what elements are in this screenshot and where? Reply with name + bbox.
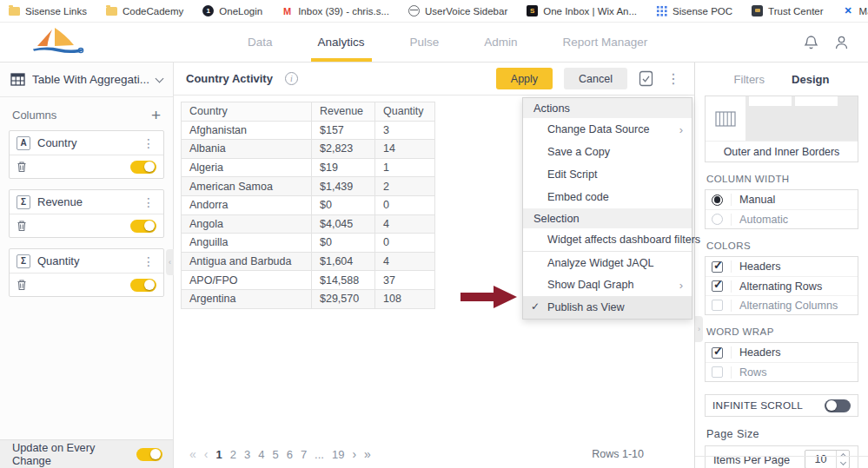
columns-section-header: Columns + [0, 97, 173, 130]
pagination: « ‹ 1 2 3 4 5 6 7 ... 19 › » [189, 447, 371, 461]
column-header[interactable]: Revenue [312, 102, 375, 122]
page-number[interactable]: 19 [332, 448, 344, 461]
apply-button[interactable]: Apply [496, 68, 553, 89]
page-number[interactable]: 6 [287, 448, 293, 461]
design-panel: › Filters Design Outer and Inner Borders… [694, 63, 868, 468]
field-row[interactable]: Σ Quantity ⋮ [10, 249, 163, 273]
widget-main-panel: Country Activity i Apply Cancel ⋮ Countr… [174, 63, 694, 468]
bookmark-uservoice[interactable]: UserVoice Sidebar [408, 5, 507, 16]
infinite-scroll-toggle[interactable] [825, 399, 851, 412]
checkbox-row-alternating-columns[interactable]: Alternating Columns [706, 295, 858, 314]
checkbox-unchecked-icon [712, 366, 723, 378]
checkbox-row-wrap-rows[interactable]: Rows [706, 362, 858, 381]
bookmark-sisense-links[interactable]: Sisense Links [9, 6, 87, 16]
nav-pulse[interactable]: Pulse [410, 23, 440, 62]
field-visibility-toggle[interactable] [130, 279, 156, 292]
trash-icon[interactable] [17, 161, 27, 173]
last-page-button[interactable]: » [364, 447, 371, 461]
cancel-button[interactable]: Cancel [564, 68, 627, 89]
bookmark-marketplace[interactable]: ✕Marketplace (Confl... [843, 5, 868, 16]
bookmark-trust-center[interactable]: Trust Center [752, 5, 823, 16]
trash-icon[interactable] [17, 279, 27, 291]
info-icon[interactable]: i [285, 72, 298, 85]
field-visibility-toggle[interactable] [130, 220, 156, 233]
divider [731, 300, 732, 312]
checkbox-row-wrap-headers[interactable]: Headers [706, 343, 858, 362]
divider [731, 214, 732, 226]
bookmark-inbox[interactable]: MInbox (39) - chris.s... [282, 5, 389, 16]
red-annotation-arrow [461, 285, 518, 309]
border-style-option-selected[interactable] [706, 96, 745, 141]
checkbox-unchecked-icon [712, 300, 723, 311]
nav-data[interactable]: Data [248, 23, 273, 62]
page-number[interactable]: 2 [230, 448, 236, 461]
items-per-page-stepper[interactable]: 10 [805, 450, 850, 468]
bookmark-sisense-poc[interactable]: Sisense POC [656, 5, 732, 16]
table-cell: $14,588 [312, 271, 375, 290]
table-cell: Albania [182, 140, 312, 159]
field-row[interactable]: A Country ⋮ [10, 131, 163, 155]
table-cell: 37 [375, 271, 435, 290]
nav-admin[interactable]: Admin [484, 23, 517, 62]
menu-item-change-data-source[interactable]: Change Data Source› [523, 118, 692, 141]
tab-design[interactable]: Design [792, 73, 829, 86]
infinite-scroll-row: INFINITE SCROLL [705, 394, 858, 417]
export-report-icon[interactable] [639, 70, 653, 87]
page-number[interactable]: 5 [272, 448, 278, 461]
table-row: Antigua and Barbuda$1,6044 [182, 252, 435, 271]
widget-menu-kebab-icon[interactable]: ⋮ [665, 70, 682, 87]
trash-icon[interactable] [17, 220, 27, 232]
field-visibility-toggle[interactable] [130, 161, 156, 174]
chart-type-label: Table With Aggregati... [32, 73, 149, 86]
update-on-change-toggle[interactable] [136, 448, 162, 461]
bookmark-codecademy[interactable]: CodeCademy [106, 6, 183, 16]
field-menu-icon[interactable]: ⋮ [141, 195, 156, 209]
items-per-page-value[interactable]: 10 [805, 451, 836, 468]
nav-report-manager[interactable]: Report Manager [563, 23, 648, 62]
column-header[interactable]: Country [182, 102, 312, 122]
prev-page-button[interactable]: ‹ [204, 447, 209, 461]
add-column-button[interactable]: + [151, 109, 161, 122]
bookmark-onelogin[interactable]: 1OneLogin [202, 5, 262, 16]
notifications-bell-icon[interactable] [804, 35, 818, 50]
page-number-current[interactable]: 1 [215, 448, 222, 461]
page-number[interactable]: 7 [301, 448, 307, 461]
chart-type-selector[interactable]: Table With Aggregati... [0, 63, 173, 97]
checkbox-row-alternating-rows[interactable]: Alternating Rows [706, 276, 858, 295]
menu-item-show-daql-graph[interactable]: Show Daql Graph› [523, 274, 692, 296]
column-header[interactable]: Quantity [375, 102, 435, 122]
checkbox-row-headers[interactable]: Headers [706, 257, 858, 276]
radio-row-manual[interactable]: Manual [706, 190, 858, 209]
bookmark-wix-inbox[interactable]: SOne Inbox | Wix An... [527, 5, 637, 16]
page-number[interactable]: 4 [258, 448, 264, 461]
next-page-button[interactable]: › [352, 447, 356, 461]
radio-row-automatic[interactable]: Automatic [706, 209, 858, 228]
nav-analytics[interactable]: Analytics [318, 23, 365, 62]
border-style-option-partial[interactable] [749, 96, 792, 106]
menu-item-label: Embed code [547, 191, 609, 203]
menu-item-save-a-copy[interactable]: Save a Copy [523, 141, 692, 163]
menu-item-embed-code[interactable]: Embed code [523, 186, 692, 208]
divider [731, 366, 732, 379]
left-panel-collapse-handle[interactable]: ‹ [166, 249, 174, 275]
radio-selected-icon [712, 194, 723, 206]
menu-item-edit-script[interactable]: Edit Script [523, 163, 692, 186]
tab-filters[interactable]: Filters [734, 73, 765, 86]
table-footer: « ‹ 1 2 3 4 5 6 7 ... 19 › » Rows 1-10 [174, 440, 694, 468]
first-page-button[interactable]: « [189, 447, 196, 461]
bookmark-label: Inbox (39) - chris.s... [298, 6, 389, 16]
border-style-option-partial[interactable] [795, 96, 838, 106]
menu-item-label: Save a Copy [547, 146, 610, 158]
menu-item-publish-as-view[interactable]: ✓Publish as View [523, 296, 692, 319]
field-row[interactable]: Σ Revenue ⋮ [10, 190, 163, 214]
page-number[interactable]: 3 [244, 448, 250, 461]
table-cell: $157 [312, 121, 375, 140]
field-menu-icon[interactable]: ⋮ [141, 136, 156, 150]
right-panel-collapse-handle[interactable]: › [695, 316, 703, 342]
user-profile-icon[interactable] [834, 35, 849, 50]
field-menu-icon[interactable]: ⋮ [141, 254, 156, 268]
menu-item-analyze-widget-jaql[interactable]: Analyze Widget JAQL [523, 251, 692, 274]
table-cell: Angola [182, 214, 312, 234]
menu-item-widget-affects-filters[interactable]: Widget affects dashboard filters [523, 228, 692, 251]
stepper-down-button[interactable] [837, 459, 849, 468]
